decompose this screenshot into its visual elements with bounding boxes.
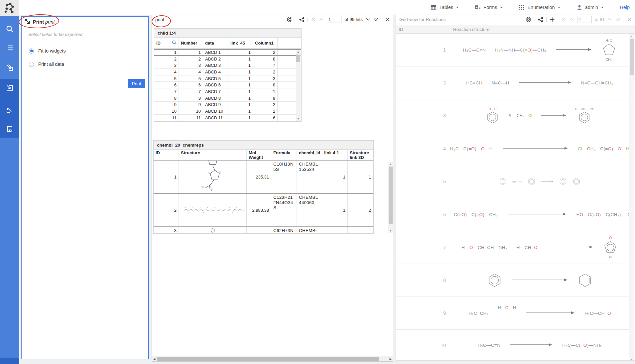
column-header-number[interactable]: Number (179, 38, 203, 49)
column-header-structure[interactable]: Structure (179, 150, 247, 160)
column-header-formula[interactable]: Formula (271, 150, 297, 160)
form-import-icon[interactable] (0, 82, 19, 94)
table-row[interactable]: 66ABCD 618 (154, 82, 301, 88)
cell: 1 (228, 75, 253, 82)
reaction-arrow (507, 212, 567, 217)
menu-forms[interactable]: Forms (475, 4, 503, 10)
menu-label: Enumeration (527, 5, 555, 10)
molecule-formula: HC≡CH (466, 80, 482, 85)
form-title: print (155, 17, 164, 22)
next-record-icon[interactable] (366, 18, 371, 21)
resize-arrow-icon[interactable] (25, 19, 30, 25)
close-icon[interactable] (385, 17, 390, 22)
ring-substituent-label: O (609, 236, 612, 240)
column-header-id[interactable]: ID (154, 150, 179, 160)
cell: ABCD 5 (203, 75, 228, 82)
reaction-row[interactable]: 9H₂C=CH₂H—O—HH₃C—CH=O (396, 297, 629, 330)
reaction-row[interactable]: 5NH—NH (396, 165, 629, 198)
cell: 3 (179, 62, 203, 68)
table-row[interactable]: 44ABCD 412 (154, 69, 301, 75)
table-row[interactable]: 33ABCD 317 (154, 62, 301, 69)
column-header-id[interactable]: ID (154, 38, 179, 49)
molecule-formula: H—CH=O (517, 245, 538, 250)
last-record-icon[interactable] (616, 17, 621, 22)
table-row[interactable]: 77ABCD 711 (154, 88, 301, 95)
table-row[interactable]: 1010ABCD 1012 (154, 108, 301, 115)
structure-tools-icon[interactable] (287, 16, 293, 23)
chembl-table-scrollbar[interactable]: ▲ ▼ (388, 162, 393, 233)
cell: 2 (253, 108, 278, 114)
horizontal-scrollbar[interactable]: ◀ ▶ (152, 356, 393, 361)
previous-record-icon[interactable] (319, 18, 324, 21)
list-icon[interactable] (0, 42, 19, 54)
radio-print-all-data[interactable]: Print all data (29, 61, 64, 67)
reaction-row[interactable]: 10H₃C—C≡NH₃C—C(=O)—NH₂ (396, 330, 629, 361)
column-header-structure-link-3d[interactable]: Structure link 3D (348, 150, 373, 160)
reaction-row[interactable]: 4H₃C—C(=O)—O—HCl—CH₂—C(=O)—O—H (396, 132, 629, 165)
share-icon[interactable] (299, 17, 305, 22)
radio-selected-icon[interactable] (29, 49, 34, 54)
structure-cell (179, 227, 247, 234)
molecule-formula: H₂N—NH—C(=O)—CH₃ (495, 48, 546, 53)
cell: 8 (253, 56, 278, 62)
dialog-title-form-name: print (45, 19, 55, 25)
reaction-row[interactable]: 1H₃C—C≡NH₂N—NH—C(=O)—CH₃H₃CCH₃ (396, 34, 629, 66)
previous-record-icon[interactable] (569, 18, 574, 21)
print-button[interactable]: Print (128, 79, 145, 88)
cell: ABCD 11 (203, 115, 228, 121)
table-row[interactable]: 1111ABCD 1116 (154, 115, 301, 121)
column-header-mol-weight[interactable]: Mol Weight (247, 150, 271, 160)
form-open-icon[interactable] (0, 104, 19, 116)
table-row[interactable]: 11ABCD 112 (154, 49, 301, 56)
reaction-structure: H₃C—C(=O)—C(=O)—CH₃HO—C(=O)—C(CH₃)₂—O—H (450, 198, 629, 231)
next-record-icon[interactable] (608, 18, 613, 21)
column-header-chembl-id[interactable]: chembl_id (297, 150, 322, 160)
radio-unselected-icon[interactable] (29, 62, 34, 67)
search-icon[interactable] (0, 23, 19, 35)
reaction-row[interactable]: 7H—O—CH=CH—NH₂H—CH=OON (396, 231, 629, 264)
structure-tools-icon[interactable] (525, 16, 532, 23)
record-number-input[interactable] (327, 16, 341, 23)
reaction-row[interactable]: 6H₃C—C(=O)—C(=O)—CH₃HO—C(=O)—C(CH₃)₂—O—H (396, 198, 629, 231)
cell: 1 (322, 161, 348, 193)
chembl-table-body: 1CHH₃CSNHNNH235.31C10H13N5SCHEMBL1535341… (154, 161, 373, 234)
grid-scrollbar[interactable]: ▲ ▼ (629, 34, 634, 362)
menu-enumeration[interactable]: Enumeration (519, 4, 560, 10)
table-row[interactable]: 55ABCD 513 (154, 75, 301, 82)
table-row[interactable]: 99ABCD 912 (154, 102, 301, 108)
ring-structure: O—H (486, 107, 499, 124)
record-number-input[interactable] (577, 16, 592, 23)
menu-tables[interactable]: Tables (431, 4, 459, 10)
search-icon[interactable] (172, 40, 177, 46)
cell: 1 (228, 95, 253, 101)
menu-label: admin (585, 5, 598, 10)
radio-fit-to-widgets[interactable]: Fit to widgets (29, 48, 65, 54)
close-icon[interactable] (627, 17, 632, 22)
first-record-icon[interactable] (311, 17, 316, 22)
reaction-row[interactable]: 3O—HPh—CH₂—ClO—CH₂—Ph (396, 99, 629, 132)
table-row[interactable]: 88ABCD 819 (154, 95, 301, 102)
table-row[interactable]: 1CHH₃CSNHNNH235.31C10H13N5SCHEMBL1535341… (154, 161, 373, 194)
table-row[interactable]: 22ABCD 218 (154, 56, 301, 62)
help-link[interactable]: Help (620, 5, 630, 10)
app-logo[interactable] (0, 0, 19, 16)
column-header-link_45[interactable]: link_45 (228, 38, 253, 49)
share-icon[interactable] (538, 17, 543, 22)
child-table-scrollbar[interactable]: ▲ ▼ (296, 50, 301, 121)
report-icon[interactable] (0, 123, 19, 135)
reaction-row[interactable]: 8 (396, 264, 629, 297)
reaction-row[interactable]: 2HC≡CHN≡C—HN≡C—CH=CH₂ (396, 66, 629, 99)
last-record-icon[interactable] (374, 17, 379, 22)
column-header-column1[interactable]: Column1 (253, 38, 278, 49)
cell: 1 (228, 56, 253, 62)
menu-admin[interactable]: admin (576, 4, 604, 10)
column-header-link-4-1[interactable]: link 4-1 (322, 150, 348, 160)
first-record-icon[interactable] (561, 17, 566, 22)
table-row[interactable]: 3C62H73N1CHEMBL44 (154, 227, 373, 234)
add-row-icon[interactable] (550, 17, 555, 22)
cell: CHEMBL153534 (297, 161, 322, 193)
form-export-icon[interactable] (0, 61, 19, 73)
sidebar-bottom-strip (0, 358, 19, 364)
table-row[interactable]: 22,883.38C123H212N44O34SCHEMBL44006012 (154, 194, 373, 227)
column-header-data[interactable]: data (203, 38, 228, 49)
